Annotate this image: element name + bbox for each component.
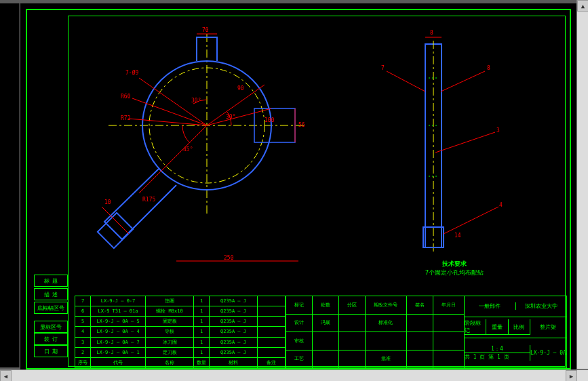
scroll-up-icon[interactable]: ▲ bbox=[577, 0, 588, 12]
bom-and-title: 7LX-9-J – 0-7垫圈1Q235A – J 6LX-9 T31 – 01… bbox=[75, 296, 566, 367]
stage-mark-hdr: 阶段标记 bbox=[465, 319, 486, 334]
title-block: 7LX-9-J – 0-7垫圈1Q235A – J 6LX-9 T31 – 01… bbox=[75, 296, 567, 368]
drawing-svg: 7-Ø9 R60 R72 90 100 70 250 56 R175 10 30… bbox=[20, 3, 576, 295]
dim-d8: 250 bbox=[224, 255, 234, 261]
bom-row: 3LX-9-J – 0A – 7冰刀固1Q235A – J bbox=[75, 338, 286, 348]
sheet-info: 共 1 页 第 1 页 bbox=[465, 353, 530, 361]
angle-arc-2 bbox=[182, 125, 190, 143]
dim-r175: R175 bbox=[142, 197, 155, 203]
svg-line-17 bbox=[444, 207, 498, 234]
scroll-right-icon[interactable]: ▶ bbox=[566, 370, 577, 381]
dim-d1: 70 bbox=[202, 27, 209, 33]
side-view: 8 7 8 3 4 14 bbox=[381, 30, 503, 253]
bom-header: 序号代号名称数量材料备注 bbox=[75, 358, 286, 367]
scroll-left-icon[interactable]: ◀ bbox=[0, 370, 12, 381]
svg-line-3 bbox=[207, 85, 264, 125]
side-b3: 3 bbox=[496, 127, 500, 134]
vertical-scrollbar[interactable]: ▲ bbox=[576, 0, 588, 369]
side-b4: 4 bbox=[499, 202, 503, 208]
scale-hdr: 比例 bbox=[509, 319, 530, 334]
bom-row: 2LX-9-J – 0A – 1定刀板1Q235A – J bbox=[75, 348, 286, 358]
leftcol-markzone: 显标区号 bbox=[34, 321, 68, 333]
side-b5: 14 bbox=[454, 233, 461, 239]
dim-d2: 90 bbox=[237, 85, 244, 92]
bom-row: 5LX-9-J – 0A – 5固定板1Q235A – J bbox=[75, 317, 286, 327]
horizontal-scrollbar[interactable]: ◀ ▶ bbox=[0, 369, 588, 381]
bom-table: 7LX-9-J – 0-7垫圈1Q235A – J 6LX-9 T31 – 01… bbox=[75, 296, 286, 367]
arm-plate bbox=[98, 213, 133, 248]
dim-a1: 30° bbox=[226, 114, 235, 120]
dim-d3: 100 bbox=[264, 117, 275, 123]
drawing-number: LX-9-J – 0A bbox=[530, 350, 566, 356]
leftcol-zone: 底幅幅区号 bbox=[34, 302, 68, 314]
leftcol-binding: 装 订 bbox=[34, 333, 68, 345]
stage-label: 一般部件 bbox=[465, 302, 516, 310]
bom-row: 6LX-9 T31 – 01a螺栓 M8x101Q235A – J bbox=[75, 306, 286, 317]
dim-a3: 30° bbox=[191, 98, 201, 104]
approval-block: 标记 处数 分区 期改文件号 签名 年月日 设计 冯展 标准化 bbox=[286, 296, 464, 367]
dim-d9: 10 bbox=[104, 199, 111, 205]
left-ruler-strip bbox=[0, 3, 20, 367]
svg-line-16 bbox=[435, 132, 495, 153]
svg-line-14 bbox=[387, 71, 425, 92]
drawing-canvas[interactable]: 标 题 描 述 底幅幅区号 显标区号 装 订 日 期 技术要求 7个固定小孔均布… bbox=[20, 3, 576, 375]
dim-d10: 56 bbox=[298, 122, 305, 128]
dim-r60: R60 bbox=[121, 94, 131, 100]
part-name: 整片架 bbox=[530, 323, 566, 331]
svg-line-2 bbox=[129, 119, 207, 125]
svg-line-15 bbox=[441, 71, 485, 92]
svg-line-4 bbox=[207, 108, 271, 125]
dim-a2: 45° bbox=[183, 146, 193, 153]
weight-hdr: 重量 bbox=[486, 319, 508, 334]
bom-row: 7LX-9-J – 0-7垫圈1Q235A – J bbox=[75, 296, 286, 306]
dim-r72: R72 bbox=[121, 115, 131, 121]
school-name: 深圳农业大学 bbox=[516, 302, 567, 310]
leftcol-date: 日 期 bbox=[34, 345, 68, 357]
dim-hole: 7-Ø9 bbox=[125, 69, 138, 76]
side-top: 8 bbox=[430, 30, 433, 36]
side-b1: 7 bbox=[381, 65, 385, 71]
bom-row: 4LX-9-J – 0A – 4导板1Q235A – J bbox=[75, 327, 286, 337]
identity-block: 一般部件 深圳农业大学 阶段标记 重量 比例 整片架 bbox=[464, 296, 566, 367]
lower-arm bbox=[104, 169, 176, 239]
svg-line-5 bbox=[139, 125, 207, 193]
cad-viewport: 标 题 描 述 底幅幅区号 显标区号 装 订 日 期 技术要求 7个固定小孔均布… bbox=[0, 0, 588, 381]
scale-val: 1：4 bbox=[491, 345, 503, 353]
side-b2: 8 bbox=[487, 65, 490, 71]
